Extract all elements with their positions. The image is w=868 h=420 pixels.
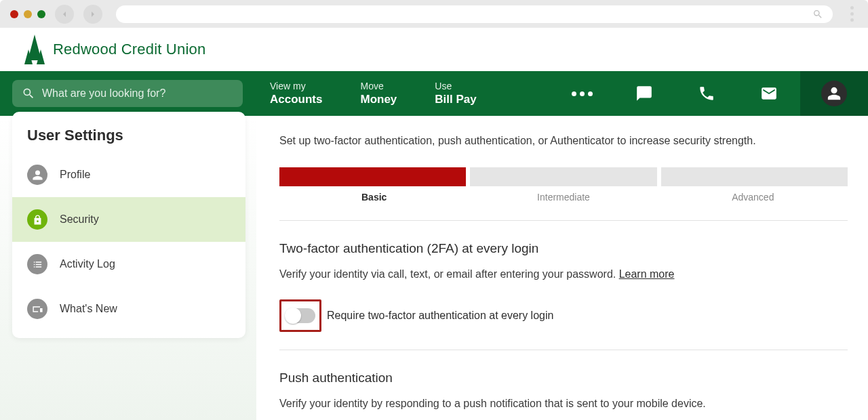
list-icon — [27, 254, 47, 274]
twofa-toggle-label: Require two-factor authentication at eve… — [327, 310, 553, 322]
strength-segment-advanced — [661, 167, 848, 186]
nav-bottom-label: Money — [360, 92, 397, 107]
twofa-toggle-row: Require two-factor authentication at eve… — [279, 299, 848, 332]
settings-sidebar: User Settings Profile Security Activity … — [0, 116, 256, 420]
strength-segment-intermediate — [470, 167, 656, 186]
divider — [279, 220, 848, 221]
nav-bottom-label: Bill Pay — [435, 92, 476, 107]
strength-label-intermediate: Intermediate — [469, 192, 658, 203]
nav-accounts[interactable]: View my Accounts — [270, 80, 322, 107]
maximize-window-button[interactable] — [37, 10, 45, 18]
sidebar-item-whats-new[interactable]: What's New — [12, 287, 245, 331]
sidebar-item-label: Profile — [60, 169, 90, 181]
search-icon — [22, 87, 35, 100]
strength-labels: Basic Intermediate Advanced — [279, 192, 848, 203]
security-strength-bar — [279, 167, 848, 186]
person-icon — [27, 165, 47, 185]
highlight-frame — [279, 299, 321, 332]
account-menu[interactable] — [800, 71, 868, 116]
phone-icon — [698, 85, 715, 102]
nav-bill-pay[interactable]: Use Bill Pay — [435, 80, 476, 107]
tree-icon — [24, 35, 45, 64]
learn-more-link[interactable]: Learn more — [619, 268, 675, 280]
push-description: Verify your identity by responding to a … — [279, 398, 848, 410]
sidebar-item-activity-log[interactable]: Activity Log — [12, 242, 245, 287]
twofa-heading: Two-factor authentication (2FA) at every… — [279, 241, 848, 256]
nav-items: View my Accounts Move Money Use Bill Pay — [270, 80, 477, 107]
sidebar-item-label: Activity Log — [60, 258, 115, 270]
mail-icon — [760, 85, 778, 102]
chat-icon — [635, 85, 653, 102]
brand-name: Redwood Credit Union — [53, 41, 205, 58]
minimize-window-button[interactable] — [24, 10, 32, 18]
devices-icon — [27, 299, 47, 319]
sidebar-item-security[interactable]: Security — [12, 197, 245, 242]
lock-icon — [27, 209, 47, 230]
browser-back-button[interactable] — [55, 5, 74, 24]
browser-menu-button[interactable] — [846, 6, 858, 22]
strength-segment-basic — [279, 167, 466, 186]
mail-button[interactable] — [738, 71, 800, 116]
strength-description: Set up two-factor authentication, push a… — [279, 135, 848, 147]
push-heading: Push authentication — [279, 371, 848, 385]
address-bar[interactable] — [116, 5, 833, 23]
site-search[interactable] — [12, 80, 243, 107]
person-icon — [827, 86, 842, 101]
nav-icon-group — [551, 71, 868, 116]
search-input[interactable] — [42, 87, 233, 100]
toggle-knob — [285, 308, 301, 324]
window-controls — [10, 10, 45, 18]
settings-card: User Settings Profile Security Activity … — [12, 112, 245, 338]
browser-forward-button[interactable] — [83, 5, 102, 24]
nav-top-label: Use — [435, 80, 476, 92]
phone-button[interactable] — [675, 71, 738, 116]
divider — [279, 350, 848, 350]
more-button[interactable] — [551, 71, 613, 116]
nav-top-label: View my — [270, 80, 322, 92]
logo-bar: Redwood Credit Union — [0, 28, 868, 71]
brand-logo[interactable]: Redwood Credit Union — [24, 35, 205, 64]
more-icon — [572, 91, 593, 96]
sidebar-item-label: What's New — [60, 303, 117, 315]
browser-chrome — [0, 0, 868, 28]
avatar — [821, 81, 847, 106]
twofa-description: Verify your identity via call, text, or … — [279, 268, 848, 280]
twofa-toggle[interactable] — [285, 308, 315, 323]
close-window-button[interactable] — [10, 10, 18, 18]
nav-bottom-label: Accounts — [270, 92, 322, 107]
strength-label-basic: Basic — [279, 192, 469, 203]
nav-top-label: Move — [360, 80, 397, 92]
sidebar-title: User Settings — [12, 123, 245, 152]
nav-move-money[interactable]: Move Money — [360, 80, 397, 107]
primary-nav: View my Accounts Move Money Use Bill Pay — [0, 71, 868, 116]
sidebar-item-label: Security — [60, 213, 99, 226]
settings-main: Set up two-factor authentication, push a… — [256, 116, 868, 420]
sidebar-item-profile[interactable]: Profile — [12, 152, 245, 197]
chat-button[interactable] — [613, 71, 675, 116]
strength-label-advanced: Advanced — [658, 192, 848, 203]
twofa-desc-text: Verify your identity via call, text, or … — [279, 268, 619, 280]
search-icon — [812, 9, 823, 20]
page-body: User Settings Profile Security Activity … — [0, 116, 868, 420]
